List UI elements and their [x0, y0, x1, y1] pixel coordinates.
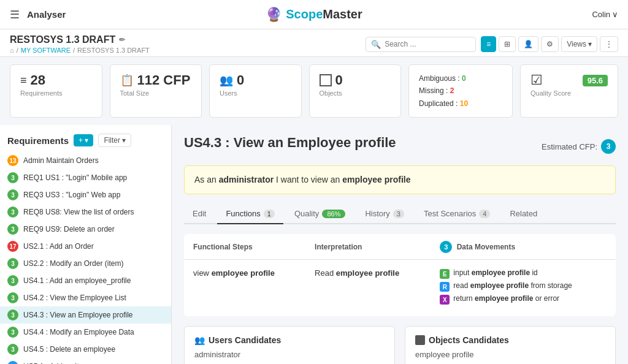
tab-label: Edit [193, 209, 206, 218]
objects-count: 0 [335, 72, 343, 88]
breadcrumb-sep1: / [17, 47, 18, 54]
tab-label: Related [510, 209, 537, 218]
sidebar-item-4[interactable]: 3REQ9 US9: Delete an order [0, 221, 171, 238]
search-input[interactable] [385, 40, 470, 48]
sidebar-header: Requirements + ▾ Filter ▾ [0, 130, 171, 152]
tab-badge: 4 [479, 210, 490, 218]
table-row: view employee profile Read employee prof… [185, 260, 616, 316]
col-data-movements: 3 Data Movements [431, 235, 615, 260]
sidebar-items-list: 13Admin Maintain Orders3REQ1 US1 : "Logi… [0, 152, 171, 364]
estimated-cfp-label: Estimated CFP: [542, 142, 597, 151]
tab-test-scenarios[interactable]: Test Scenarios 4 [415, 204, 499, 224]
sidebar-item-10[interactable]: 3US4.4 : Modify an Employee Data [0, 324, 171, 341]
search-box: 🔍 [366, 37, 476, 52]
tab-badge: 1 [264, 210, 275, 218]
ambiguous-label: Ambiguous : [419, 74, 460, 83]
breadcrumb-my-software[interactable]: MY SOFTWARE [21, 47, 71, 54]
breadcrumb: ⌂ / MY SOFTWARE / RESTOSYS 1.3 DRAFT [10, 47, 150, 54]
sub-header-left: RESTOSYS 1.3 DRAFT ✏ ⌂ / MY SOFTWARE / R… [10, 34, 150, 54]
requirements-value: ≡ 28 [20, 72, 92, 88]
users-candidate-item: administrator [194, 350, 385, 359]
duplicated-count: 10 [460, 99, 468, 108]
filter-button[interactable]: Filter ▾ [98, 134, 131, 147]
tab-label: Quality [294, 209, 319, 218]
tab-badge: 86% [322, 210, 345, 218]
add-requirement-button[interactable]: + ▾ [74, 134, 93, 146]
views-button[interactable]: Views ▾ [561, 36, 597, 52]
req-badge: 17 [7, 241, 18, 252]
req-label: US4.3 : View an Employee profile [23, 311, 133, 319]
sidebar-item-12[interactable]: 4US5.1 : Add an Item [0, 358, 171, 364]
home-icon[interactable]: ⌂ [10, 47, 14, 54]
requirements-icon: ≡ [20, 74, 27, 87]
req-label: US2.1 : Add an Order [23, 242, 94, 251]
objects-icon [320, 74, 332, 86]
views-chevron: ▾ [588, 40, 592, 48]
objects-value: 0 [320, 72, 391, 88]
tab-edit[interactable]: Edit [184, 204, 215, 224]
objects-candidates-title: Objects Candidates [415, 335, 605, 345]
edit-icon[interactable]: ✏ [119, 36, 125, 44]
users-card: 👥 0 Users [209, 64, 302, 118]
tab-history[interactable]: History 3 [356, 204, 413, 224]
cfp-icon: 📋 [120, 74, 134, 87]
req-label: US4.1 : Add an employee_profile [23, 276, 131, 285]
tab-quality[interactable]: Quality 86% [286, 204, 354, 224]
objects-candidates-label: Objects Candidates [429, 335, 509, 345]
cfp-value: 📋 112 CFP [120, 72, 192, 88]
ambiguous-row: Ambiguous : 0 [419, 72, 502, 85]
requirements-count: 28 [31, 72, 45, 88]
user-menu[interactable]: Colin ∨ [592, 10, 618, 19]
sidebar-item-7[interactable]: 3US4.1 : Add an employee_profile [0, 272, 171, 289]
req-badge: 3 [7, 292, 18, 303]
nav-left: ☰ Analyser [10, 8, 66, 21]
tab-badge: 3 [393, 210, 404, 218]
req-label: REQ3 US3 : "Login" Web app [23, 191, 120, 199]
tab-related[interactable]: Related [501, 204, 546, 224]
req-label: US4.5 : Delete an employee [23, 345, 115, 354]
sidebar-item-0[interactable]: 13Admin Maintain Orders [0, 152, 171, 169]
requirements-card: ≡ 28 Requirements [10, 64, 102, 118]
req-label: US2.2 : Modify an Order (item) [23, 259, 123, 268]
req-badge: 3 [7, 327, 18, 338]
interpretation-cell: Read employee profile [306, 260, 431, 316]
col-functional-steps: Functional Steps [185, 235, 307, 260]
req-label: US4.2 : View the Employee List [23, 294, 126, 302]
sidebar-item-5[interactable]: 17US2.1 : Add an Order [0, 238, 171, 255]
grid-view-button[interactable]: ⊞ [499, 36, 516, 52]
dm-item-r: R read employee profile from storage [440, 281, 607, 292]
cfp-count: 112 CFP [137, 72, 191, 88]
settings-button[interactable]: ⚙ [541, 36, 559, 52]
sidebar-item-11[interactable]: 3US4.5 : Delete an employee [0, 341, 171, 358]
users-label: Users [220, 89, 291, 97]
requirements-label: Requirements [20, 89, 92, 97]
sidebar-item-3[interactable]: 3REQ8 US8: View the list of orders [0, 203, 171, 221]
req-badge: 3 [7, 309, 18, 320]
cfp-card: 📋 112 CFP Total Size [110, 64, 202, 118]
duplicated-label: Duplicated : [419, 99, 458, 108]
sidebar-item-1[interactable]: 3REQ1 US1 : "Login" Mobile app [0, 169, 171, 186]
sidebar-item-2[interactable]: 3REQ3 US3 : "Login" Web app [0, 186, 171, 203]
hamburger-icon[interactable]: ☰ [10, 8, 20, 21]
list-view-button[interactable]: ≡ [481, 36, 496, 52]
dm-item-x: X return employee profile or error [440, 294, 607, 305]
person-button[interactable]: 👤 [518, 36, 538, 52]
req-label: REQ8 US8: View the list of orders [23, 208, 134, 216]
tab-functions[interactable]: Functions 1 [217, 204, 283, 224]
sidebar-item-9[interactable]: 3US4.3 : View an Employee profile [0, 306, 171, 324]
estimated-cfp: Estimated CFP: 3 [542, 139, 616, 154]
right-panel: US4.3 : View an Employee profile Estimat… [172, 125, 628, 364]
sidebar-item-8[interactable]: 3US4.2 : View the Employee List [0, 289, 171, 306]
cfp-header-badge: 3 [440, 241, 452, 253]
sub-header-right: 🔍 ≡ ⊞ 👤 ⚙ Views ▾ ⋮ [366, 36, 618, 52]
objects-card: 0 Objects [309, 64, 402, 118]
issues-card: Ambiguous : 0 Missing : 2 Duplicated : 1… [408, 64, 513, 118]
col-interpretation: Interpretation [306, 235, 431, 260]
req-badge: 3 [7, 275, 18, 286]
more-button[interactable]: ⋮ [600, 36, 618, 52]
req-badge: 3 [7, 224, 18, 235]
panel-title: US4.3 : View an Employee profile [184, 135, 396, 151]
duplicated-row: Duplicated : 10 [419, 97, 502, 110]
users-candidates-title: 👥 Users Candidates [194, 335, 385, 345]
sidebar-item-6[interactable]: 3US2.2 : Modify an Order (item) [0, 255, 171, 272]
